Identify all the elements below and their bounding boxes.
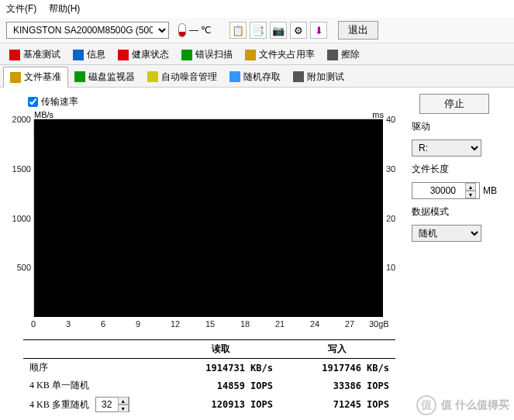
tab-错误扫描[interactable]: 错误扫描 xyxy=(175,45,239,64)
tab-label: 擦除 xyxy=(341,48,360,61)
watermark-text: 值 什么值得买 xyxy=(441,398,509,412)
table-row: 4 KB 多重随机▲▼120913 IOPS71245 IOPS xyxy=(23,394,395,415)
spin-down[interactable]: ▼ xyxy=(118,405,129,412)
thermometer-icon xyxy=(178,23,186,37)
tab-擦除[interactable]: 擦除 xyxy=(321,45,366,64)
tab-icon xyxy=(73,50,84,60)
tab-label: 文件基准 xyxy=(24,71,61,84)
tab-基准测试[interactable]: 基准测试 xyxy=(3,45,67,64)
file-length-input[interactable]: ▲▼ xyxy=(412,182,480,199)
transfer-rate-label: 传输速率 xyxy=(41,95,78,108)
tab-label: 错误扫描 xyxy=(195,48,233,61)
copy-icon[interactable]: 📋 xyxy=(229,22,247,39)
tab-icon xyxy=(245,50,256,60)
file-length-unit: MB xyxy=(483,185,497,196)
tab-文件基准[interactable]: 文件基准 xyxy=(3,67,68,88)
tab-icon xyxy=(229,71,240,82)
tab-icon xyxy=(293,71,304,82)
watermark: 值 值 什么值得买 xyxy=(416,395,509,415)
temperature-value: — ℃ xyxy=(189,25,211,36)
tab-label: 信息 xyxy=(87,48,105,61)
tab-健康状态[interactable]: 健康状态 xyxy=(112,45,175,64)
transfer-rate-checkbox[interactable] xyxy=(28,97,38,107)
toolbar: KINGSTON SA2000M8500G (500 gB) — ℃ 📋 📑 📷… xyxy=(0,18,514,43)
length-up[interactable]: ▲ xyxy=(465,183,476,191)
length-down[interactable]: ▼ xyxy=(465,191,476,198)
stop-button[interactable]: 停止 xyxy=(419,94,489,114)
smile-icon: 值 xyxy=(416,395,436,415)
tab-icon xyxy=(10,72,21,83)
tab-label: 文件夹占用率 xyxy=(259,48,315,61)
col-read: 读取 xyxy=(163,340,279,359)
data-mode-select[interactable]: 随机 xyxy=(412,225,481,242)
side-panel: 停止 驱动 R: 文件长度 ▲▼ MB 数据模式 随机 xyxy=(412,94,497,415)
menu-bar: 文件(F) 帮助(H) xyxy=(0,0,514,18)
tab-文件夹占用率[interactable]: 文件夹占用率 xyxy=(239,45,321,64)
exit-button[interactable]: 退出 xyxy=(338,21,378,40)
tab-label: 随机存取 xyxy=(243,71,281,84)
tab-label: 健康状态 xyxy=(132,48,169,61)
drive-letter-select[interactable]: R: xyxy=(412,139,481,157)
tab-附加测试[interactable]: 附加测试 xyxy=(287,67,350,87)
tab-信息[interactable]: 信息 xyxy=(67,45,112,64)
tabs-row-1: 基准测试信息健康状态错误扫描文件夹占用率擦除 xyxy=(0,43,514,65)
tab-随机存取[interactable]: 随机存取 xyxy=(223,67,287,87)
drive-label: 驱动 xyxy=(412,120,497,133)
results-table: 读取写入 顺序1914731 KB/s1917746 KB/s4 KB 单一随机… xyxy=(8,339,399,415)
temperature-display: — ℃ xyxy=(178,23,211,37)
menu-help[interactable]: 帮助(H) xyxy=(49,3,81,14)
tab-label: 磁盘监视器 xyxy=(88,71,135,84)
table-row: 4 KB 单一随机14859 IOPS33386 IOPS xyxy=(23,377,395,394)
y-axis-right-title: ms xyxy=(372,110,384,119)
tabs-row-2: 文件基准磁盘监视器自动噪音管理随机存取附加测试 xyxy=(0,65,514,88)
file-length-label: 文件长度 xyxy=(412,163,497,176)
spin-up[interactable]: ▲ xyxy=(118,397,129,405)
menu-file[interactable]: 文件(F) xyxy=(6,3,36,14)
tab-label: 自动噪音管理 xyxy=(161,71,217,84)
col-write: 写入 xyxy=(279,340,395,359)
tab-icon xyxy=(118,50,129,60)
data-mode-label: 数据模式 xyxy=(412,205,497,219)
down-arrow-icon[interactable]: ⬇ xyxy=(310,22,327,39)
tab-label: 附加测试 xyxy=(307,71,344,84)
tab-label: 基准测试 xyxy=(23,48,60,61)
tab-icon xyxy=(181,50,192,60)
y-axis-left-title: MB/s xyxy=(34,110,53,119)
tab-icon xyxy=(74,71,85,82)
settings-icon[interactable]: ⚙ xyxy=(290,22,307,39)
chart: MB/s ms 50010001500200010203040036912151… xyxy=(8,112,399,336)
table-row: 顺序1914731 KB/s1917746 KB/s xyxy=(23,359,395,377)
copy-all-icon[interactable]: 📑 xyxy=(250,22,267,39)
tab-自动噪音管理[interactable]: 自动噪音管理 xyxy=(141,67,223,87)
drive-select[interactable]: KINGSTON SA2000M8500G (500 gB) xyxy=(6,22,169,39)
tab-icon xyxy=(327,50,338,60)
thread-count-value[interactable] xyxy=(96,399,118,410)
tab-icon xyxy=(9,50,20,60)
screenshot-icon[interactable]: 📷 xyxy=(270,22,287,39)
file-length-value[interactable] xyxy=(416,185,457,196)
thread-count-spinner[interactable]: ▲▼ xyxy=(95,397,129,412)
tab-磁盘监视器[interactable]: 磁盘监视器 xyxy=(68,67,141,87)
tab-icon xyxy=(147,71,158,82)
